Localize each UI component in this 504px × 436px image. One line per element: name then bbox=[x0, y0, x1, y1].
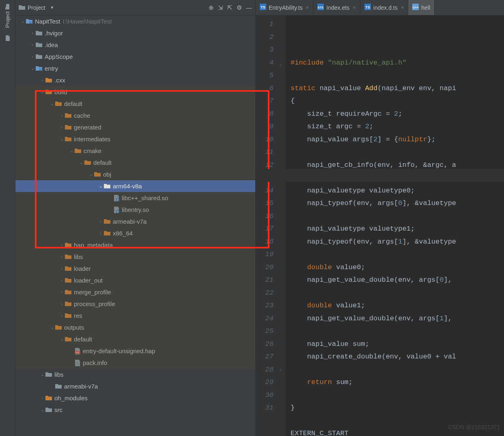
chevron-right-icon[interactable]: › bbox=[58, 274, 65, 286]
tree-row[interactable]: ›AppScope bbox=[15, 51, 255, 63]
line-number[interactable]: 7 bbox=[256, 95, 274, 108]
recent-file-icon[interactable] bbox=[4, 35, 11, 43]
code-line[interactable] bbox=[291, 69, 504, 82]
code-line[interactable] bbox=[291, 363, 504, 376]
chevron-down-icon[interactable]: ⌄ bbox=[78, 157, 84, 168]
close-icon[interactable]: × bbox=[401, 4, 404, 11]
tree-row[interactable]: ⌄build bbox=[15, 86, 255, 98]
code-line[interactable] bbox=[291, 414, 504, 427]
line-number[interactable]: 23 bbox=[256, 299, 274, 312]
tree-row[interactable]: ›libs bbox=[15, 251, 255, 263]
line-number[interactable]: 3 bbox=[256, 43, 274, 56]
chevron-down-icon[interactable]: ⌄ bbox=[39, 404, 45, 416]
line-number[interactable]: 18 bbox=[256, 235, 274, 248]
code-line[interactable]: } bbox=[291, 401, 504, 414]
chevron-right-icon[interactable]: › bbox=[39, 74, 45, 86]
expand-all-icon[interactable]: ⇲ bbox=[218, 4, 223, 11]
code-line[interactable]: size_t argc = 2; bbox=[291, 120, 504, 133]
line-number[interactable]: 26 bbox=[256, 338, 274, 351]
fold-toggle-icon[interactable]: ⌄ bbox=[279, 58, 282, 71]
tree-row[interactable]: ›cache bbox=[15, 110, 255, 121]
tree-row[interactable]: ›hap_metadata bbox=[15, 239, 255, 251]
tree-row[interactable]: ›oh_modules bbox=[15, 392, 255, 404]
line-number[interactable]: 28 bbox=[256, 363, 274, 376]
line-number[interactable]: 14 bbox=[256, 184, 274, 197]
chevron-right-icon[interactable]: › bbox=[29, 27, 36, 39]
tree-row[interactable]: ⌄arm64-v8a bbox=[15, 180, 255, 192]
chevron-down-icon[interactable]: ⌄ bbox=[88, 168, 94, 180]
tree-row[interactable]: ⌄entry bbox=[15, 63, 255, 74]
line-number[interactable]: 5 bbox=[256, 69, 274, 82]
code-line[interactable]: double value0; bbox=[291, 261, 504, 274]
code-line[interactable]: static napi_value Add(napi_env env, napi bbox=[291, 82, 504, 95]
tree-row[interactable]: ⌄default bbox=[15, 98, 255, 110]
chevron-right-icon[interactable]: › bbox=[58, 263, 65, 274]
code-line[interactable]: napi_typeof(env, args[1], &valuetype bbox=[291, 235, 504, 248]
line-number[interactable]: 16 bbox=[256, 210, 274, 223]
tree-row[interactable]: ›process_profile bbox=[15, 298, 255, 310]
code-line[interactable]: EXTERN_C_START bbox=[291, 427, 504, 436]
code-line[interactable]: napi_get_value_double(env, args[1], bbox=[291, 312, 504, 325]
chevron-down-icon[interactable]: ⌄ bbox=[97, 180, 104, 192]
code-editor[interactable]: #include "napi/native_api.h" static napi… bbox=[286, 15, 504, 436]
tree-row[interactable]: ›res bbox=[15, 310, 255, 322]
chevron-down-icon[interactable]: ⌄ bbox=[39, 86, 45, 98]
line-gutter[interactable]: 1234567891011121314151617181920212223242… bbox=[256, 15, 278, 436]
chevron-right-icon[interactable]: › bbox=[97, 227, 104, 239]
tree-row[interactable]: ⌄NapitTestI:\Hawei\NapitTest bbox=[15, 15, 255, 27]
tree-row[interactable]: ?libc++_shared.so bbox=[15, 192, 255, 204]
code-line[interactable]: napi_value args[2] = {nullptr}; bbox=[291, 133, 504, 146]
line-number[interactable]: 22 bbox=[256, 287, 274, 300]
line-number[interactable]: 2 bbox=[256, 31, 274, 44]
line-number[interactable]: 27 bbox=[256, 350, 274, 363]
tree-row[interactable]: ⌄obj bbox=[15, 168, 255, 180]
tree-row[interactable]: ⌄intermediates bbox=[15, 133, 255, 145]
line-number[interactable]: 29 bbox=[256, 376, 274, 389]
code-line[interactable]: napi_create_double(env, value0 + val bbox=[291, 350, 504, 363]
chevron-down-icon[interactable]: ⌄ bbox=[49, 322, 55, 333]
chevron-right-icon[interactable]: › bbox=[39, 392, 45, 404]
close-icon[interactable]: × bbox=[353, 4, 356, 11]
project-tool-tab[interactable]: Project bbox=[3, 0, 12, 32]
project-tree[interactable]: ⌄NapitTestI:\Hawei\NapitTest›.hvigor›.id… bbox=[15, 15, 255, 436]
chevron-right-icon[interactable]: › bbox=[58, 310, 65, 322]
code-line[interactable]: return sum; bbox=[291, 376, 504, 389]
chevron-right-icon[interactable]: › bbox=[58, 251, 65, 263]
code-line[interactable]: napi_get_cb_info(env, info, &argc, a bbox=[291, 159, 504, 172]
chevron-down-icon[interactable]: ⌄ bbox=[29, 63, 36, 74]
locate-icon[interactable]: ⊕ bbox=[209, 4, 214, 11]
tree-row[interactable]: ⌄cmake bbox=[15, 145, 255, 157]
editor-tab[interactable]: ETSIndex.ets× bbox=[313, 0, 360, 15]
editor-tab[interactable]: TSEntryAbility.ts× bbox=[256, 0, 313, 15]
editor-tab[interactable]: C++hell bbox=[408, 0, 435, 15]
code-line[interactable]: { bbox=[291, 95, 504, 108]
line-number[interactable]: 1 bbox=[256, 18, 274, 31]
gear-icon[interactable]: ⚙ bbox=[237, 4, 242, 11]
chevron-right-icon[interactable]: › bbox=[58, 286, 65, 298]
chevron-right-icon[interactable]: › bbox=[58, 110, 65, 121]
fold-toggle-icon[interactable]: ⌃ bbox=[279, 365, 282, 378]
line-number[interactable]: 20 bbox=[256, 261, 274, 274]
code-line[interactable] bbox=[291, 248, 504, 261]
chevron-right-icon[interactable]: › bbox=[97, 216, 104, 227]
tree-row[interactable]: ›loader bbox=[15, 263, 255, 274]
code-line[interactable]: #include "napi/native_api.h" bbox=[291, 56, 504, 69]
tree-row[interactable]: ›.hvigor bbox=[15, 27, 255, 39]
project-view-selector[interactable]: Project ▼ bbox=[19, 4, 54, 11]
line-number[interactable]: 17 bbox=[256, 222, 274, 235]
code-line[interactable] bbox=[291, 210, 504, 223]
code-line[interactable]: napi_valuetype valuetype0; bbox=[291, 184, 504, 197]
tree-row[interactable]: ›loader_out bbox=[15, 274, 255, 286]
tree-row[interactable]: ⌄default bbox=[15, 157, 255, 168]
tree-row[interactable]: armeabi-v7a bbox=[15, 380, 255, 392]
code-line[interactable] bbox=[291, 171, 504, 184]
chevron-right-icon[interactable]: › bbox=[29, 51, 36, 63]
chevron-down-icon[interactable]: ⌄ bbox=[68, 145, 75, 157]
tree-row[interactable]: ›.cxx bbox=[15, 74, 255, 86]
line-number[interactable]: 8 bbox=[256, 108, 274, 121]
tree-row[interactable]: ?libentry.so bbox=[15, 204, 255, 216]
code-line[interactable] bbox=[291, 146, 504, 159]
code-line[interactable]: napi_value sum; bbox=[291, 338, 504, 351]
line-number[interactable]: 11 bbox=[256, 146, 274, 159]
chevron-down-icon[interactable]: ⌄ bbox=[39, 369, 45, 380]
